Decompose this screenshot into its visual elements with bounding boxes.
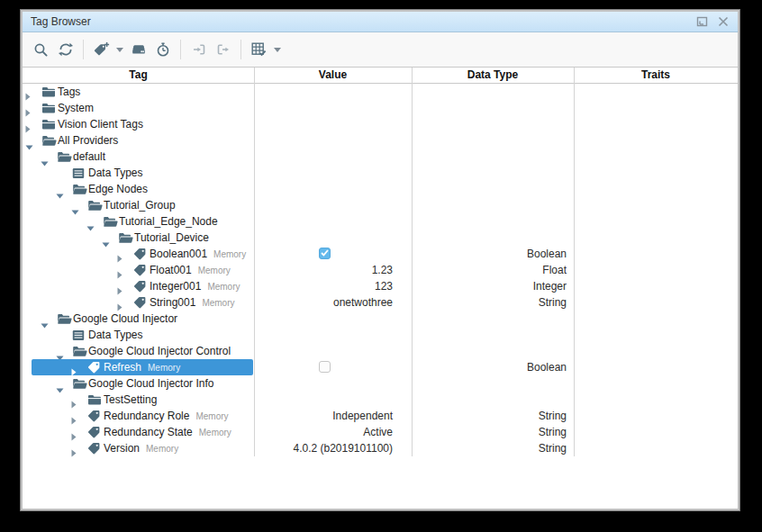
tree-row[interactable]: RefreshMemoryBoolean (23, 359, 738, 375)
value-cell (254, 197, 412, 213)
tag-label: String001Memory (150, 294, 235, 311)
float-window-icon[interactable] (695, 15, 708, 28)
value-cell (254, 343, 412, 359)
tree-row[interactable]: default (23, 149, 738, 165)
toolbar-separator (83, 40, 84, 59)
tag-label: default (73, 149, 105, 165)
data-type-cell (412, 392, 574, 408)
column-header-tag[interactable]: Tag (23, 68, 254, 83)
tree-row[interactable]: Tutorial_Device (23, 230, 738, 246)
tree-row[interactable]: Data Types (23, 165, 738, 181)
tag-cell: RefreshMemory (23, 359, 254, 375)
data-type-cell (412, 181, 574, 197)
tag-cell: Data Types (23, 165, 254, 181)
tag-cell: Tutorial_Edge_Node (23, 213, 254, 230)
tree-row[interactable]: Redundancy StateMemoryActiveString (23, 424, 738, 440)
tag-label: All Providers (58, 132, 118, 149)
expand-arrow-icon[interactable] (71, 445, 77, 461)
tree-row[interactable]: Vision Client Tags (23, 116, 738, 132)
data-type-cell (412, 230, 574, 246)
search-icon[interactable] (29, 39, 53, 61)
tree-row[interactable]: Redundancy RoleMemoryIndependentString (23, 408, 738, 424)
value-cell (254, 246, 412, 262)
tag-cell: Tags (23, 84, 254, 100)
tag-label: Data Types (88, 327, 142, 343)
tag-label: Data Types (88, 165, 142, 181)
tree-row[interactable]: Integer001Memory123Integer (23, 278, 738, 294)
tag-cell: Vision Client Tags (23, 116, 254, 132)
titlebar[interactable]: Tag Browser (23, 12, 738, 32)
tree-row[interactable]: VersionMemory4.0.2 (b2019101100)String (23, 440, 738, 456)
value-cell (254, 100, 412, 116)
memory-badge: Memory (213, 249, 246, 259)
tree-row[interactable]: Float001Memory1.23Float (23, 262, 738, 278)
tag-cell: Float001Memory (23, 262, 254, 278)
tree-row[interactable]: TestSetting (23, 392, 738, 408)
tree-row[interactable]: Google Cloud Injector Info (23, 375, 738, 392)
tree-row[interactable]: Data Types (23, 327, 738, 343)
tag-label: Tags (58, 84, 80, 100)
tag-cell: String001Memory (23, 294, 254, 311)
column-header-data-type[interactable]: Data Type (412, 68, 574, 83)
add-tag-icon[interactable] (89, 39, 113, 61)
tree-row[interactable]: Tutorial_Edge_Node (23, 213, 738, 230)
close-icon[interactable] (717, 15, 730, 28)
tag-cell: Edge Nodes (23, 181, 254, 197)
memory-badge: Memory (146, 444, 178, 454)
data-type-cell: String (412, 408, 574, 424)
import-icon[interactable] (186, 39, 211, 61)
checkbox-checked[interactable] (319, 248, 331, 259)
window-controls (695, 15, 738, 28)
tree-row[interactable]: All Providers (23, 132, 738, 149)
value-cell (254, 392, 412, 408)
refresh-icon[interactable] (53, 39, 77, 61)
value-cell (254, 213, 412, 230)
value-cell (254, 181, 412, 197)
add-udt-icon[interactable] (126, 39, 150, 61)
tree-row[interactable]: String001MemoryonetwothreeString (23, 294, 738, 311)
value-cell: 4.0.2 (b2019101100) (254, 440, 412, 456)
value-cell: Active (254, 424, 412, 440)
table-header: Tag Value Data Type Traits (23, 68, 738, 84)
memory-badge: Memory (199, 428, 231, 437)
grid-options-icon[interactable] (247, 39, 271, 61)
tag-label: RefreshMemory (104, 359, 180, 376)
tag-label: Tutorial_Edge_Node (119, 213, 218, 230)
data-type-cell (412, 165, 574, 181)
column-header-value[interactable]: Value (254, 68, 412, 83)
tree-row[interactable]: System (23, 100, 738, 116)
tree-row[interactable]: Edge Nodes (23, 181, 738, 197)
data-type-cell (412, 327, 574, 343)
tree-row[interactable]: Tutorial_Group (23, 197, 738, 213)
value-cell (254, 327, 412, 343)
data-type-cell: Float (412, 262, 574, 278)
tree-row[interactable]: Boolean001MemoryBoolean (23, 246, 738, 262)
checkbox-unchecked[interactable] (319, 361, 331, 373)
memory-badge: Memory (198, 266, 231, 275)
data-type-cell (412, 213, 574, 230)
memory-badge: Memory (202, 298, 234, 308)
tag-label: Float001Memory (150, 262, 231, 279)
data-type-cell (412, 132, 574, 149)
tag-cell: Data Types (23, 327, 254, 343)
tree-row[interactable]: Tags (23, 84, 738, 100)
memory-badge: Memory (207, 282, 240, 292)
tree-row[interactable]: Google Cloud Injector Control (23, 343, 738, 359)
memory-badge: Memory (148, 363, 180, 373)
tree-row[interactable]: Google Cloud Injector (23, 311, 738, 327)
tag-label: System (58, 100, 94, 116)
data-type-cell (412, 100, 574, 116)
tag-cell: Redundancy StateMemory (23, 424, 254, 440)
tag-cell: Redundancy RoleMemory (23, 408, 254, 424)
chevron-down-icon[interactable] (113, 39, 126, 61)
chevron-down-icon[interactable] (271, 39, 284, 61)
value-cell (254, 116, 412, 132)
value-cell (254, 359, 412, 375)
timer-icon[interactable] (150, 39, 175, 61)
column-header-traits[interactable]: Traits (574, 68, 738, 83)
tag-label: Redundancy RoleMemory (104, 408, 229, 425)
tag-label: Google Cloud Injector (73, 311, 177, 327)
data-type-cell (412, 375, 574, 392)
data-type-cell: Boolean (412, 359, 574, 375)
export-icon[interactable] (211, 39, 235, 61)
